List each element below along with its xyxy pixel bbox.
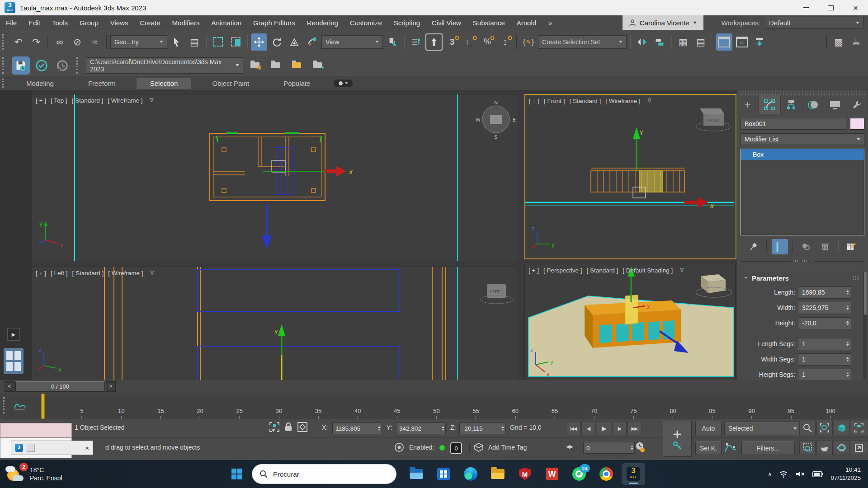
align-button[interactable] — [651, 33, 668, 51]
orbit-button[interactable] — [834, 441, 850, 455]
viewport-menu-pov[interactable]: [ Front ] — [544, 98, 565, 104]
viewport-menu-renderer[interactable]: [ Standard ] — [569, 98, 601, 104]
floating-mini-toolbar[interactable]: 3 × — [11, 441, 93, 455]
history-button[interactable] — [53, 56, 71, 75]
pan-view-button[interactable] — [816, 441, 833, 455]
mcafee-icon[interactable]: M — [513, 463, 537, 485]
maxscript-listener-pink[interactable] — [0, 423, 72, 438]
select-and-scale-button[interactable] — [286, 33, 302, 51]
named-selection-set-dropdown[interactable]: Create Selection Set — [538, 35, 627, 49]
parameter-spinner[interactable]: 1690,85 — [798, 286, 851, 299]
minimize-button[interactable] — [793, 0, 818, 15]
previous-frame-button[interactable]: ◀| — [581, 422, 596, 435]
percent-snap-button[interactable]: % Ω — [479, 33, 495, 51]
show-end-result-button[interactable]: ▎ — [772, 239, 788, 254]
pin-stack-button[interactable] — [745, 239, 762, 254]
parameter-spinner[interactable]: 1 — [798, 338, 851, 350]
viewport-left[interactable]: y LEFT z y [ + ] [ Left ] [ Standard ] [… — [32, 267, 518, 380]
reference-coordinate-dropdown[interactable]: View — [321, 35, 383, 49]
menu-item[interactable]: Tools — [46, 19, 74, 27]
tray-chevron-icon[interactable]: ∧ — [768, 471, 772, 478]
select-and-manipulate-button[interactable] — [425, 33, 443, 51]
microsoft-store-icon[interactable] — [432, 463, 455, 485]
render-to-texture-button[interactable] — [751, 33, 768, 51]
next-frame-slider-button[interactable]: > — [106, 381, 116, 392]
panel-grip[interactable] — [739, 91, 866, 95]
ribbon-tab[interactable]: Selection — [137, 78, 192, 89]
add-time-tag-label[interactable]: Add Time Tag — [488, 444, 527, 451]
toggle-layer-explorer-button[interactable]: ▤ — [693, 33, 709, 51]
x-coordinate-field[interactable]: 1185,805 — [332, 422, 382, 434]
time-configuration-icon[interactable] — [635, 441, 646, 453]
viewport-menu-shading[interactable]: [ Wireframe ] — [108, 97, 142, 104]
window-crossing-button[interactable] — [227, 33, 244, 51]
tab-modify[interactable] — [759, 95, 780, 114]
tab-create[interactable]: + — [737, 95, 759, 114]
taskbar-search[interactable]: Procurar — [252, 464, 396, 484]
frame-nudge-buttons[interactable]: ◀▶ — [566, 444, 573, 450]
tab-hierarchy[interactable] — [781, 95, 802, 114]
toggle-scene-explorer-button[interactable]: ▦ — [675, 33, 691, 51]
ribbon-tab[interactable]: Object Paint — [198, 78, 263, 89]
modifier-list-dropdown[interactable]: Modifier List — [741, 133, 864, 145]
curve-editor-button[interactable]: ∿ — [734, 33, 750, 51]
restore-button[interactable] — [818, 0, 843, 15]
save-file-button[interactable] — [12, 56, 30, 75]
select-object-button[interactable] — [169, 33, 185, 51]
current-frame-marker[interactable] — [41, 394, 45, 419]
per-view-filter-icon[interactable]: ∇ — [150, 270, 154, 277]
3dsmax-taskbar-icon[interactable]: 3MAX — [622, 463, 645, 485]
per-view-filter-icon[interactable]: ∇ — [150, 97, 153, 104]
pivot-surface-button[interactable] — [408, 33, 424, 51]
viewport-perspective[interactable]: x z y x [ + ] [ Perspective ] [ Standard… — [524, 264, 736, 380]
absolute-offset-toggle-icon[interactable] — [297, 422, 308, 432]
menu-item[interactable]: Animation — [205, 19, 247, 27]
key-filters-button[interactable]: Filters... — [741, 441, 795, 455]
tab-motion[interactable] — [802, 95, 824, 114]
viewport-top[interactable]: x N E S W y x [ + ] [ Top ] [ Standard ]… — [32, 94, 518, 261]
tab-display[interactable] — [824, 95, 846, 114]
signin-user-button[interactable]: Carolina Vicente▼ — [623, 15, 703, 30]
link-folder-button[interactable]: + — [308, 56, 326, 75]
wifi-icon[interactable] — [779, 470, 788, 478]
menu-item[interactable]: Views — [104, 19, 134, 27]
viewport-menu-general[interactable]: [ + ] — [529, 98, 539, 104]
viewport-front[interactable]: y x FRONT z y [ + ] [ Front — [524, 94, 736, 259]
remove-modifier-button[interactable] — [817, 239, 833, 254]
viewport-menu-shading[interactable]: [ Default Shading ] — [623, 267, 673, 274]
viewport-menu-general[interactable]: [ + ] — [36, 270, 46, 277]
toolbar-grip[interactable] — [2, 57, 6, 74]
battery-icon[interactable] — [812, 471, 823, 477]
per-view-filter-icon[interactable]: ∇ — [680, 267, 684, 274]
menu-item[interactable]: Edit — [23, 19, 46, 27]
material-editor-button[interactable]: -- — [716, 33, 732, 51]
menu-item[interactable]: Graph Editors — [247, 19, 301, 27]
selection-region-cycle-icon[interactable] — [269, 422, 280, 432]
taskbar-clock[interactable]: 10:41 07/11/2025 — [830, 466, 861, 482]
start-button[interactable] — [226, 464, 247, 484]
parameter-spinner[interactable]: 1 — [798, 369, 851, 380]
zoom-all-button[interactable] — [816, 421, 833, 435]
modifier-stack-row[interactable]: Box — [741, 149, 864, 160]
make-unique-button[interactable] — [798, 239, 814, 254]
next-frame-button[interactable]: |▶ — [612, 422, 627, 435]
menu-item[interactable]: Modifiers — [166, 19, 206, 27]
project-folder-button[interactable]: ✱ — [246, 56, 264, 75]
goto-start-button[interactable]: |◀◀ — [566, 422, 580, 435]
zoom-extents-all-button[interactable] — [851, 421, 867, 435]
folder-shortcut-icon[interactable] — [486, 463, 509, 485]
menu-item[interactable]: Customize — [344, 19, 388, 27]
project-path-dropdown[interactable]: C:\Users\carol\OneDrive\Documentos\3ds M… — [86, 57, 243, 74]
object-color-swatch[interactable] — [850, 118, 864, 130]
play-button[interactable]: ▶ — [597, 422, 611, 435]
set-key-button[interactable]: Set K. — [695, 441, 722, 455]
menu-item[interactable]: Create — [134, 19, 166, 27]
menu-item[interactable]: File — [0, 19, 23, 27]
tab-utilities[interactable] — [846, 95, 868, 114]
viewport-menu-shading[interactable]: [ Wireframe ] — [605, 98, 640, 104]
ribbon-tab[interactable]: Modeling — [13, 78, 67, 89]
isolate-selection-icon[interactable] — [394, 442, 404, 452]
use-pivot-center-button[interactable] — [384, 33, 401, 51]
zoom-button[interactable] — [799, 421, 816, 435]
chrome-icon[interactable] — [594, 463, 618, 485]
